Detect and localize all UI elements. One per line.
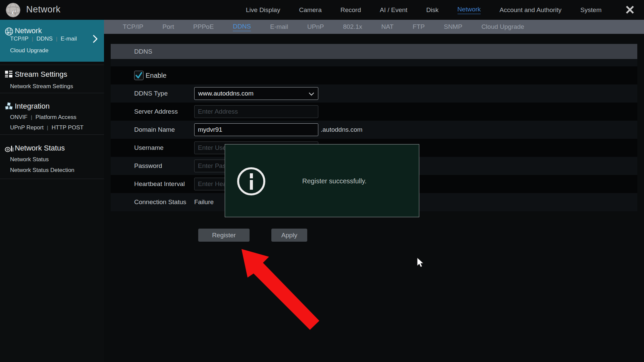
svg-text:e: e xyxy=(12,6,16,17)
username-label: Username xyxy=(134,139,164,157)
nav-ai-event[interactable]: AI / Event xyxy=(380,6,407,14)
tab-nat[interactable]: NAT xyxy=(381,23,394,31)
tab-ftp[interactable]: FTP xyxy=(413,23,425,31)
sidebar-integration-links-2: UPnP ReportHTTP POST xyxy=(10,124,84,131)
info-dialog: Register successfully. xyxy=(225,144,419,217)
sidebar-title-network-status[interactable]: Network Status xyxy=(15,144,65,153)
dialog-message: Register successfully. xyxy=(302,144,413,218)
row-server-address: Server Address xyxy=(111,103,637,121)
form-spacer xyxy=(111,59,637,66)
sidebar-title-network[interactable]: Network xyxy=(15,26,42,35)
integration-cubes-icon xyxy=(5,102,13,111)
connection-status-value: Failure xyxy=(194,193,214,211)
tab-ddns[interactable]: DDNS xyxy=(233,23,251,31)
sidebar-link-upnp-report[interactable]: UPnP Report xyxy=(10,124,44,131)
tab-8021x[interactable]: 802.1x xyxy=(343,23,362,31)
close-icon[interactable] xyxy=(625,4,635,15)
sidebar-link-platform-access[interactable]: Platform Access xyxy=(36,114,76,120)
sidebar-link-cloud-upgrade[interactable]: Cloud Upgrade xyxy=(10,47,48,54)
domain-name-input[interactable] xyxy=(194,123,318,136)
server-address-input[interactable] xyxy=(194,105,318,118)
connection-status-label: Connection Status xyxy=(134,193,186,211)
tab-tcpip[interactable]: TCP/IP xyxy=(123,23,143,31)
tab-port[interactable]: Port xyxy=(162,23,174,31)
sidebar-link-network-status-detection[interactable]: Network Status Detection xyxy=(10,167,74,174)
tab-pppoe[interactable]: PPPoE xyxy=(193,23,214,31)
network-status-icon xyxy=(5,144,13,153)
sidebar: e Network TCP/IPDDNSE-mail Cloud Upgrade… xyxy=(0,20,104,362)
tab-upnp[interactable]: UPnP xyxy=(307,23,324,31)
sidebar-link-network-status[interactable]: Network Status xyxy=(10,156,49,163)
chevron-right-icon xyxy=(93,35,98,43)
ddns-type-value: www.autoddns.com xyxy=(198,90,254,97)
checkbox-check-icon xyxy=(135,71,143,80)
enable-label: Enable xyxy=(146,66,166,84)
nav-live-display[interactable]: Live Display xyxy=(246,6,280,14)
sidebar-section-network[interactable]: e Network TCP/IPDDNSE-mail Cloud Upgrade xyxy=(0,20,104,62)
nav-camera[interactable]: Camera xyxy=(299,6,322,14)
sidebar-link-ddns[interactable]: DDNS xyxy=(37,36,53,42)
row-enable: Enable xyxy=(111,66,637,84)
ddns-type-select[interactable]: www.autoddns.com xyxy=(194,87,318,100)
mouse-cursor-icon xyxy=(417,257,425,269)
sidebar-title-stream-settings[interactable]: Stream Settings xyxy=(15,70,67,79)
nav-account-authority[interactable]: Account and Authority xyxy=(499,6,561,14)
domain-name-label: Domain Name xyxy=(134,121,175,139)
sidebar-network-links: TCP/IPDDNSE-mail xyxy=(10,36,77,42)
nav-disk[interactable]: Disk xyxy=(426,6,439,14)
domain-suffix: .autoddns.com xyxy=(321,121,363,139)
sidebar-divider xyxy=(0,93,104,93)
sidebar-divider xyxy=(0,134,104,135)
app-logo-globe-icon: e xyxy=(5,2,21,18)
row-ddns-type: DDNS Type www.autoddns.com xyxy=(111,84,637,103)
sidebar-link-onvif[interactable]: ONVIF xyxy=(10,114,28,120)
sidebar-link-email[interactable]: E-mail xyxy=(61,36,77,42)
top-window-bar: e Network Live Display Camera Record AI … xyxy=(0,0,644,20)
panel-header-ddns: DDNS xyxy=(111,44,637,59)
red-annotation-arrow xyxy=(231,241,325,336)
stream-settings-icon xyxy=(5,70,13,78)
register-button[interactable]: Register xyxy=(198,229,250,242)
nav-network[interactable]: Network xyxy=(458,6,481,14)
sidebar-integration-links-1: ONVIFPlatform Access xyxy=(10,114,76,121)
server-address-label: Server Address xyxy=(134,103,178,121)
sidebar-divider xyxy=(0,65,104,65)
tab-cloud-upgrade[interactable]: Cloud Upgrade xyxy=(481,23,524,31)
sidebar-link-network-stream-settings[interactable]: Network Stream Settings xyxy=(10,83,73,90)
nav-record[interactable]: Record xyxy=(340,6,361,14)
network-globe-icon: e xyxy=(5,27,13,36)
sidebar-divider xyxy=(0,179,104,179)
info-icon xyxy=(237,167,265,195)
chevron-down-icon xyxy=(309,90,314,96)
heartbeat-interval-label: Heartbeat Interval xyxy=(134,175,185,193)
sidebar-link-http-post[interactable]: HTTP POST xyxy=(52,124,84,131)
password-label: Password xyxy=(134,157,162,175)
tab-snmp[interactable]: SNMP xyxy=(444,23,462,31)
row-domain-name: Domain Name .autoddns.com xyxy=(111,121,637,139)
tab-email[interactable]: E-mail xyxy=(270,23,288,31)
sidebar-title-integration[interactable]: Integration xyxy=(15,102,50,111)
window-title: Network xyxy=(26,4,61,15)
settings-tab-bar: TCP/IP Port PPPoE DDNS E-mail UPnP 802.1… xyxy=(104,20,644,34)
apply-button[interactable]: Apply xyxy=(271,229,307,242)
nav-system[interactable]: System xyxy=(580,6,601,14)
sidebar-link-tcpip[interactable]: TCP/IP xyxy=(10,36,29,42)
ddns-type-label: DDNS Type xyxy=(134,84,168,103)
top-navigation: Live Display Camera Record AI / Event Di… xyxy=(246,0,601,20)
svg-text:e: e xyxy=(8,29,10,35)
enable-checkbox[interactable] xyxy=(134,71,144,80)
